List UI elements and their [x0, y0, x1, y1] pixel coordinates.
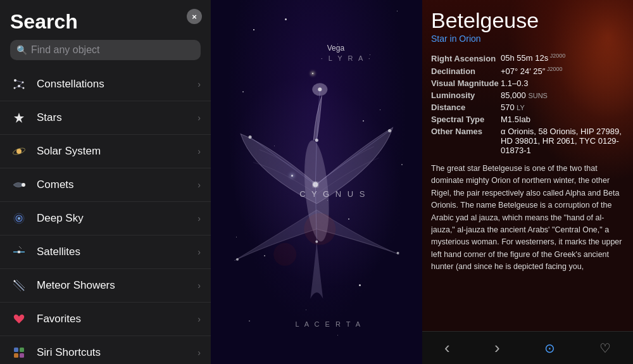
info-key: Visual Magnitude — [431, 78, 501, 88]
nav-label-deep-sky: Deep Sky — [37, 212, 197, 225]
nav-item-comets[interactable]: Comets› — [0, 168, 211, 202]
svg-point-30 — [304, 213, 335, 245]
svg-rect-25 — [20, 348, 24, 352]
chevron-icon-solar-system: › — [197, 146, 201, 156]
svg-line-5 — [15, 80, 23, 82]
svg-point-15 — [18, 217, 20, 220]
close-button[interactable]: × — [187, 9, 202, 24]
info-value: 570 LY — [501, 103, 525, 112]
svg-point-23 — [14, 280, 16, 282]
nav-item-stars[interactable]: Stars› — [0, 101, 211, 135]
constellations-icon — [10, 75, 28, 93]
solar-system-icon — [10, 142, 28, 160]
svg-rect-24 — [14, 348, 18, 352]
search-placeholder: Find any object — [31, 44, 100, 56]
nav-item-constellations[interactable]: Constellations› — [0, 68, 211, 101]
satellites-icon — [10, 243, 28, 261]
nav-label-constellations: Constellations — [37, 78, 197, 91]
chevron-icon-constellations: › — [197, 79, 201, 89]
info-key: Luminosity — [431, 91, 501, 100]
chevron-icon-comets: › — [197, 180, 201, 190]
nav-label-meteor-showers: Meteor Showers — [37, 279, 197, 292]
info-key: Spectral Type — [431, 115, 501, 124]
nav-label-favorites: Favorites — [37, 313, 197, 325]
chevron-icon-siri-shortcuts: › — [197, 348, 201, 358]
back-button[interactable]: ‹ — [436, 333, 459, 363]
nav-label-stars: Stars — [37, 111, 197, 124]
meteor-showers-icon — [10, 277, 28, 294]
nav-item-deep-sky[interactable]: Deep Sky› — [0, 202, 211, 235]
chevron-icon-favorites: › — [197, 314, 201, 324]
comets-icon — [10, 176, 28, 194]
chevron-icon-deep-sky: › — [197, 213, 201, 223]
info-row: Visual Magnitude1.1–0.3 — [431, 77, 624, 89]
svg-rect-26 — [14, 353, 18, 358]
nav-item-solar-system[interactable]: Solar System› — [0, 135, 211, 168]
bottom-toolbar: ‹ › ⊙ ♡ — [422, 331, 633, 364]
svg-line-19 — [19, 246, 22, 249]
rigel-link[interactable]: Rigel — [431, 189, 449, 198]
object-title: Betelgeuse — [431, 9, 624, 32]
info-value: 85,000 SUNS — [501, 91, 548, 100]
description-text: The great star Betelgeuse is one of the … — [431, 163, 624, 331]
deep-sky-icon — [10, 210, 28, 227]
target-button[interactable]: ⊙ — [536, 336, 564, 361]
object-detail-panel: Betelgeuse Star in Orion Right Ascension… — [422, 0, 633, 364]
nav-item-siri-shortcuts[interactable]: Siri Shortcuts› — [0, 336, 211, 364]
search-title: Search — [10, 10, 201, 34]
nav-item-satellites[interactable]: Satellites› — [0, 235, 211, 269]
nav-item-favorites[interactable]: Favorites› — [0, 303, 211, 336]
favorite-button[interactable]: ♡ — [591, 336, 620, 361]
siri-shortcuts-icon — [10, 344, 28, 361]
info-value: α Orionis, 58 Orionis, HIP 27989, HD 398… — [501, 127, 624, 155]
info-row: Distance570 LY — [431, 101, 624, 113]
search-icon: 🔍 — [16, 45, 27, 55]
svg-marker-9 — [14, 113, 24, 123]
info-row: Spectral TypeM1.5Iab — [431, 113, 624, 125]
info-value: 1.1–0.3 — [501, 78, 528, 88]
svg-point-36 — [248, 135, 251, 139]
svg-rect-16 — [18, 251, 20, 253]
object-subtitle: Star in Orion — [431, 34, 624, 44]
nav-label-comets: Comets — [37, 179, 197, 191]
cygnus-label: C Y G N U S — [299, 189, 367, 199]
favorites-icon — [10, 310, 28, 328]
lacerta-label: L A C E R T A — [296, 320, 362, 328]
svg-line-6 — [19, 82, 23, 86]
nav-list: Constellations›Stars›Solar System›Comets… — [0, 65, 211, 364]
svg-line-22 — [13, 284, 21, 291]
svg-rect-27 — [20, 353, 24, 358]
stars-icon — [10, 109, 28, 127]
info-value: M1.5Iab — [501, 115, 530, 124]
star-dot — [285, 18, 287, 20]
info-key: Distance — [431, 103, 501, 112]
chevron-icon-stars: › — [197, 113, 201, 123]
star-dot — [253, 29, 254, 30]
vega-label: Vega — [327, 44, 344, 53]
svg-rect-18 — [20, 251, 25, 253]
info-row: Declination+07° 24′ 25″ J2000 — [431, 65, 624, 77]
info-content: Betelgeuse Star in Orion Right Ascension… — [422, 0, 633, 331]
search-bar[interactable]: 🔍 Find any object — [10, 40, 201, 60]
svg-point-31 — [273, 243, 296, 266]
nav-label-satellites: Satellites — [37, 246, 197, 258]
nav-label-siri-shortcuts: Siri Shortcuts — [37, 346, 197, 359]
chevron-icon-meteor-showers: › — [197, 280, 201, 291]
info-value: +07° 24′ 25″ J2000 — [501, 66, 562, 76]
search-header: Search 🔍 Find any object × — [0, 0, 211, 65]
chevron-icon-satellites: › — [197, 247, 201, 257]
svg-rect-17 — [13, 251, 18, 253]
svg-point-39 — [396, 252, 399, 254]
info-table: Right Ascension05h 55m 12s J2000Declinat… — [431, 51, 624, 156]
star-map-panel[interactable]: Vega · L Y R A · — [211, 0, 422, 364]
forward-button[interactable]: › — [486, 333, 509, 363]
info-value: 05h 55m 12s J2000 — [501, 53, 565, 63]
nav-item-meteor-showers[interactable]: Meteor Showers› — [0, 269, 211, 303]
info-row: Right Ascension05h 55m 12s J2000 — [431, 51, 624, 64]
nav-label-solar-system: Solar System — [37, 145, 197, 158]
left-panel: Search 🔍 Find any object × Constellation… — [0, 0, 211, 364]
info-row: Other Namesα Orionis, 58 Orionis, HIP 27… — [431, 125, 624, 156]
info-key: Other Names — [431, 127, 501, 136]
info-row: Luminosity85,000 SUNS — [431, 89, 624, 101]
orion-link[interactable]: Orion — [491, 176, 511, 185]
